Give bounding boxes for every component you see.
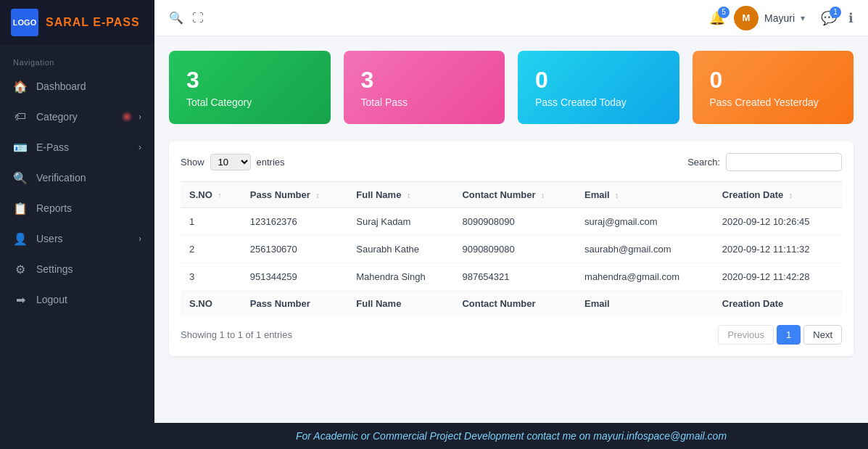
sidebar-item-label: Logout <box>36 294 67 305</box>
home-icon: 🏠 <box>13 79 28 94</box>
stat-number: 0 <box>710 67 837 94</box>
stat-card-total-category: 3 Total Category <box>169 51 331 124</box>
stat-number: 0 <box>535 67 662 94</box>
footer-email: Email <box>576 291 714 317</box>
next-button[interactable]: Next <box>803 325 842 345</box>
search-input[interactable] <box>726 153 842 171</box>
sort-icon: ↕ <box>789 191 793 199</box>
sidebar-item-label: Verification <box>36 172 86 184</box>
stats-row: 3 Total Category 3 Total Pass 0 Pass Cre… <box>169 51 853 124</box>
logout-icon: ➡ <box>13 292 28 307</box>
table-footer: Showing 1 to 1 of 1 entries Previous 1 N… <box>181 325 842 345</box>
logo-box: LOGO <box>11 9 38 36</box>
stat-label: Pass Created Today <box>535 96 662 108</box>
info-icon[interactable]: ℹ <box>848 10 853 26</box>
sidebar-item-settings[interactable]: ⚙ Settings <box>0 254 154 284</box>
title-highlight: E-PASS <box>93 16 139 28</box>
settings-icon: ⚙ <box>13 262 28 276</box>
cell-email: mahendra@gmail.com <box>576 263 714 291</box>
user-menu[interactable]: M Mayuri ▾ <box>734 6 805 30</box>
sidebar-item-label: Reports <box>36 202 72 214</box>
avatar: M <box>734 6 759 30</box>
footer-sno: S.NO <box>181 291 241 317</box>
chevron-right-icon: › <box>139 112 141 122</box>
sidebar-item-users[interactable]: 👤 Users › <box>0 223 154 254</box>
entries-select[interactable]: 10 25 50 100 <box>210 154 251 170</box>
cell-contact_number: 8090908090 <box>453 208 576 236</box>
reports-icon: 📋 <box>13 201 28 215</box>
notification-badge: 5 <box>718 7 729 18</box>
prev-button[interactable]: Previous <box>718 325 774 345</box>
stat-number: 3 <box>186 67 313 94</box>
user-chevron-icon: ▾ <box>801 13 805 23</box>
cell-creation_date: 2020-09-12 11:42:28 <box>714 263 842 291</box>
cell-sno: 1 <box>181 208 241 236</box>
sidebar-item-reports[interactable]: 📋 Reports <box>0 193 154 223</box>
search-label: Search: <box>687 157 720 168</box>
chevron-right-icon: › <box>139 142 141 152</box>
stat-card-total-pass: 3 Total Pass <box>344 51 505 124</box>
stat-label: Total Pass <box>361 96 488 108</box>
pagination: Previous 1 Next <box>718 325 842 345</box>
page-1-button[interactable]: 1 <box>777 325 801 345</box>
col-creation-date: Creation Date ↕ <box>714 182 842 208</box>
col-sno: S.NO ↑ <box>181 182 241 208</box>
table-header-row: S.NO ↑ Pass Number ↕ Full Name ↕ Contact… <box>181 182 842 208</box>
footer-banner: For Academic or Commercial Project Devel… <box>154 423 868 449</box>
sidebar-item-epass[interactable]: 🪪 E-Pass › <box>0 132 154 162</box>
table-controls: Show 10 25 50 100 entries Search: <box>181 153 842 171</box>
cell-contact_number: 9090809080 <box>453 236 576 263</box>
app-title: SARAL E-PASS <box>46 16 140 29</box>
data-table: S.NO ↑ Pass Number ↕ Full Name ↕ Contact… <box>181 181 842 316</box>
cell-pass_number: 123162376 <box>241 208 348 236</box>
stat-label: Pass Created Yesterday <box>710 96 837 108</box>
cell-sno: 3 <box>181 263 241 291</box>
sort-icon: ↕ <box>407 191 410 199</box>
table-row: 2256130670Saurabh Kathe9090809080saurabh… <box>181 236 842 263</box>
col-email: Email ↕ <box>576 182 714 208</box>
epass-icon: 🪪 <box>13 140 28 155</box>
cell-creation_date: 2020-09-12 11:11:32 <box>714 236 842 263</box>
logo-text: LOGO <box>13 18 36 27</box>
search-icon[interactable]: 🔍 <box>169 11 183 25</box>
notification-bell[interactable]: 🔔 5 <box>709 10 725 26</box>
user-name: Mayuri <box>764 12 795 24</box>
cell-creation_date: 2020-09-12 10:26:45 <box>714 208 842 236</box>
sort-icon: ↕ <box>315 191 319 199</box>
table-body: 1123162376Suraj Kadam8090908090suraj@gma… <box>181 208 842 291</box>
show-entries: Show 10 25 50 100 entries <box>181 154 285 170</box>
sort-icon: ↕ <box>541 191 545 199</box>
search-box: Search: <box>687 153 842 171</box>
col-pass-number: Pass Number ↕ <box>241 182 348 208</box>
sidebar-item-logout[interactable]: ➡ Logout <box>0 284 154 315</box>
cell-full_name: Mahendra Singh <box>347 263 453 291</box>
cell-sno: 2 <box>181 236 241 263</box>
chat-badge: 1 <box>830 7 841 18</box>
sidebar-item-category[interactable]: 🏷 Category › <box>0 102 154 132</box>
sidebar-item-label: E-Pass <box>36 141 69 153</box>
sidebar-item-dashboard[interactable]: 🏠 Dashboard <box>0 71 154 102</box>
content-area: 3 Total Category 3 Total Pass 0 Pass Cre… <box>154 36 868 423</box>
sort-icon: ↑ <box>218 191 221 199</box>
cell-full_name: Saurabh Kathe <box>347 236 453 263</box>
chat-icon[interactable]: 💬 1 <box>821 10 837 26</box>
table-section: Show 10 25 50 100 entries Search: <box>169 141 853 356</box>
stat-number: 3 <box>361 67 488 94</box>
col-full-name: Full Name ↕ <box>347 182 453 208</box>
category-icon: 🏷 <box>13 110 28 124</box>
sidebar-item-verification[interactable]: 🔍 Verification <box>0 162 154 193</box>
table-row: 1123162376Suraj Kadam8090908090suraj@gma… <box>181 208 842 236</box>
footer-full-name: Full Name <box>347 291 453 317</box>
table-footer-row: S.NO Pass Number Full Name Contact Numbe… <box>181 291 842 317</box>
footer-text: For Academic or Commercial Project Devel… <box>296 430 727 442</box>
col-contact: Contact Number ↕ <box>453 182 576 208</box>
sidebar-logo: LOGO SARAL E-PASS <box>0 0 154 45</box>
cell-pass_number: 951344259 <box>241 263 348 291</box>
footer-pass-number: Pass Number <box>241 291 348 317</box>
topbar: 🔍 ⛶ 🔔 5 M Mayuri ▾ 💬 1 ℹ <box>154 0 868 36</box>
sidebar-item-label: Users <box>36 233 63 244</box>
sidebar-item-label: Category <box>36 111 78 123</box>
sort-icon: ↕ <box>615 191 619 199</box>
expand-icon[interactable]: ⛶ <box>192 12 204 25</box>
users-icon: 👤 <box>13 231 28 246</box>
